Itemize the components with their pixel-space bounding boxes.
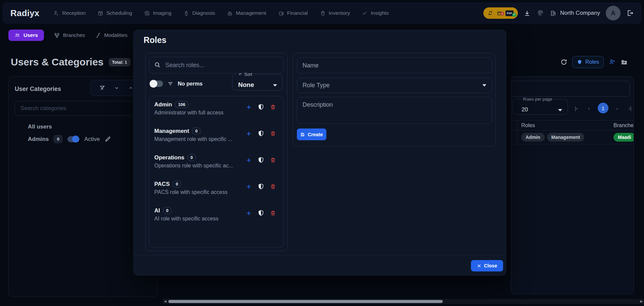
table-row[interactable]: Admin Management Maadi	[511, 131, 634, 144]
role-count-badge: 0	[173, 181, 181, 188]
role-shield-icon[interactable]	[258, 210, 264, 216]
delete-role-icon[interactable]	[270, 131, 276, 137]
close-button[interactable]: Close	[471, 260, 503, 271]
search-categories-input[interactable]	[15, 101, 152, 116]
column-header-branches: Branches	[613, 122, 634, 129]
prev-page-button[interactable]: ‹	[585, 105, 593, 111]
branch-chip: Maadi	[613, 133, 634, 142]
cash-register-icon	[227, 10, 233, 16]
create-role-form: Role Type Create	[292, 53, 496, 146]
search-roles-input[interactable]	[149, 57, 284, 73]
role-chips: Admin Management	[521, 133, 584, 142]
pagination: |‹ ‹ 1 › ›|	[572, 103, 634, 113]
shield-user-icon[interactable]	[536, 9, 544, 17]
role-type-select[interactable]: Role Type	[297, 78, 492, 93]
nav-item-management[interactable]: Management	[227, 10, 266, 16]
add-permission-icon[interactable]	[246, 184, 252, 190]
download-icon[interactable]	[524, 10, 531, 17]
nav-item-inventory[interactable]: Inventory	[320, 10, 350, 16]
role-shield-icon[interactable]	[258, 183, 264, 190]
sort-select[interactable]: Sort None	[232, 72, 282, 91]
create-button[interactable]: Create	[297, 129, 326, 140]
delete-role-icon[interactable]	[270, 210, 276, 216]
main-nav: Reception Scheduling Imaging Diagnosis M…	[53, 10, 388, 16]
role-row-pacs: PACS 0 PACS role with specific access	[149, 181, 283, 207]
wallet-icon	[278, 10, 284, 16]
error-badge: x	[500, 12, 504, 15]
reception-icon	[53, 10, 59, 16]
nav-item-imaging[interactable]: Imaging	[144, 10, 171, 16]
active-toggle[interactable]	[67, 136, 79, 142]
delete-role-icon[interactable]	[270, 184, 276, 190]
add-permission-icon[interactable]	[246, 131, 252, 137]
edit-pencil-icon[interactable]	[105, 136, 111, 142]
robot-arm-icon	[95, 33, 101, 38]
horizontal-scrollbar[interactable]: ◀ ▶	[163, 299, 644, 304]
rows-per-page-select[interactable]: Rows per page 20	[513, 97, 568, 115]
save-icon	[300, 132, 305, 137]
nav-item-insights[interactable]: Insights	[362, 10, 388, 16]
caret-down-icon	[482, 84, 486, 87]
logout-icon[interactable]	[626, 9, 634, 17]
modal-footer: Close	[133, 255, 506, 276]
column-header-roles: Roles	[521, 122, 535, 129]
last-page-button[interactable]: ›|	[626, 105, 634, 111]
role-shield-icon[interactable]	[258, 157, 264, 163]
scrollbar-thumb[interactable]	[168, 300, 443, 303]
chevron-down-icon[interactable]	[114, 85, 119, 91]
category-item-all-users[interactable]: All users	[28, 123, 52, 130]
chevron-up-icon[interactable]	[128, 85, 133, 91]
trend-sparkle-icon	[362, 10, 368, 16]
delete-role-icon[interactable]	[270, 157, 276, 163]
add-permission-icon[interactable]	[246, 210, 252, 216]
users-toolbar: Roles	[560, 56, 628, 68]
roles-list: Admin 106 Administrator with full access…	[149, 96, 284, 248]
role-shield-icon[interactable]	[258, 104, 264, 110]
nav-item-scheduling[interactable]: Scheduling	[98, 10, 132, 16]
role-shield-icon[interactable]	[258, 130, 264, 137]
shield-icon	[577, 59, 582, 65]
add-folder-icon[interactable]	[621, 58, 628, 66]
nav-item-reception[interactable]: Reception	[53, 10, 86, 16]
refresh-icon[interactable]	[560, 58, 568, 66]
role-description-input[interactable]	[297, 97, 492, 124]
role-row-admin: Admin 106 Administrator with full access	[149, 101, 283, 128]
first-page-button[interactable]: |‹	[572, 105, 580, 111]
filter-lines-icon	[167, 81, 173, 87]
tab-modalities[interactable]: Modalities	[95, 32, 128, 38]
page-title: Users & Categories	[11, 56, 104, 68]
building-icon	[550, 10, 556, 16]
scroll-left-arrow[interactable]: ◀	[164, 300, 166, 303]
admins-count-badge: 0	[53, 135, 63, 143]
role-chip: Management	[547, 133, 585, 142]
company-selector[interactable]: North Company	[550, 10, 600, 16]
filter-off-icon[interactable]	[99, 85, 105, 91]
add-permission-icon[interactable]	[246, 104, 252, 110]
current-page-button[interactable]: 1	[598, 103, 608, 113]
total-badge: Total: 1	[109, 58, 130, 66]
category-item-admins[interactable]: Admins 0 Active	[28, 135, 111, 143]
sync-icon[interactable]	[488, 10, 493, 16]
nav-item-financial[interactable]: Financial	[278, 10, 308, 16]
calendar-error-icon[interactable]: x	[497, 11, 502, 16]
add-permission-icon[interactable]	[246, 157, 252, 163]
roles-modal: Roles No perms Sort None Admin	[133, 30, 506, 276]
role-name-input[interactable]	[297, 57, 492, 73]
no-perms-toggle[interactable]	[150, 81, 163, 87]
pdf-success-icon[interactable]: PDF ✓	[505, 10, 514, 16]
roles-button[interactable]: Roles	[572, 56, 604, 68]
tab-branches[interactable]: Branches	[54, 32, 85, 38]
add-user-icon[interactable]	[608, 58, 616, 66]
role-count-badge: 0	[163, 207, 171, 214]
nav-item-diagnosis[interactable]: Diagnosis	[183, 10, 215, 16]
scroll-right-arrow[interactable]: ▶	[640, 300, 643, 303]
user-avatar[interactable]: A	[606, 6, 621, 20]
roles-list-panel: No perms Sort None Admin 106 Administrat…	[145, 53, 287, 251]
microscope-icon	[183, 10, 189, 16]
tab-users[interactable]: Users	[8, 30, 44, 41]
sync-status-pill[interactable]: x PDF ✓	[483, 7, 518, 19]
delete-role-icon[interactable]	[270, 104, 276, 110]
next-page-button[interactable]: ›	[613, 105, 621, 111]
users-search-input[interactable]	[511, 81, 630, 97]
no-perms-label: No perms	[178, 81, 203, 87]
